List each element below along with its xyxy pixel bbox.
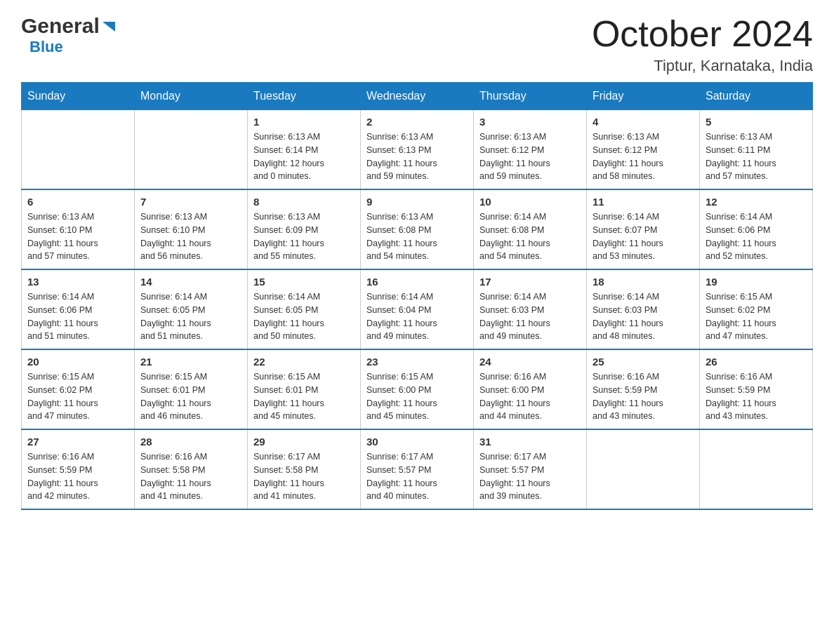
calendar-week-4: 20Sunrise: 6:15 AMSunset: 6:02 PMDayligh…	[22, 349, 813, 429]
day-info: Sunrise: 6:13 AMSunset: 6:08 PMDaylight:…	[366, 210, 468, 263]
day-number: 4	[593, 116, 694, 128]
day-number: 3	[479, 116, 581, 128]
day-number: 24	[479, 356, 581, 368]
day-number: 28	[140, 436, 241, 448]
calendar-cell: 29Sunrise: 6:17 AMSunset: 5:58 PMDayligh…	[248, 429, 361, 509]
day-info: Sunrise: 6:13 AMSunset: 6:14 PMDaylight:…	[253, 130, 355, 183]
day-number: 10	[479, 196, 581, 208]
calendar-cell: 26Sunrise: 6:16 AMSunset: 5:59 PMDayligh…	[700, 349, 813, 429]
day-info: Sunrise: 6:14 AMSunset: 6:07 PMDaylight:…	[593, 210, 694, 263]
day-number: 23	[366, 356, 468, 368]
page-title: October 2024	[592, 14, 813, 54]
day-info: Sunrise: 6:14 AMSunset: 6:06 PMDaylight:…	[27, 290, 128, 343]
day-number: 22	[253, 356, 355, 368]
day-info: Sunrise: 6:15 AMSunset: 6:02 PMDaylight:…	[27, 370, 128, 423]
day-info: Sunrise: 6:16 AMSunset: 6:00 PMDaylight:…	[479, 370, 581, 423]
calendar-cell: 5Sunrise: 6:13 AMSunset: 6:11 PMDaylight…	[700, 110, 813, 190]
calendar-cell: 31Sunrise: 6:17 AMSunset: 5:57 PMDayligh…	[474, 429, 587, 509]
day-info: Sunrise: 6:13 AMSunset: 6:12 PMDaylight:…	[593, 130, 694, 183]
calendar-cell: 16Sunrise: 6:14 AMSunset: 6:04 PMDayligh…	[361, 269, 474, 349]
day-info: Sunrise: 6:15 AMSunset: 6:02 PMDaylight:…	[706, 290, 807, 343]
day-info: Sunrise: 6:14 AMSunset: 6:03 PMDaylight:…	[593, 290, 694, 343]
weekday-header-tuesday: Tuesday	[248, 83, 361, 110]
day-info: Sunrise: 6:13 AMSunset: 6:11 PMDaylight:…	[706, 130, 807, 183]
day-number: 29	[253, 436, 355, 448]
page-header: General Blue October 2024 Tiptur, Karnat…	[21, 14, 813, 75]
calendar-week-2: 6Sunrise: 6:13 AMSunset: 6:10 PMDaylight…	[22, 189, 813, 269]
day-number: 30	[366, 436, 468, 448]
calendar-cell: 2Sunrise: 6:13 AMSunset: 6:13 PMDaylight…	[361, 110, 474, 190]
calendar-cell: 17Sunrise: 6:14 AMSunset: 6:03 PMDayligh…	[474, 269, 587, 349]
calendar-cell: 4Sunrise: 6:13 AMSunset: 6:12 PMDaylight…	[587, 110, 700, 190]
calendar-cell: 3Sunrise: 6:13 AMSunset: 6:12 PMDaylight…	[474, 110, 587, 190]
day-number: 16	[366, 276, 468, 288]
day-info: Sunrise: 6:13 AMSunset: 6:09 PMDaylight:…	[253, 210, 355, 263]
day-info: Sunrise: 6:14 AMSunset: 6:03 PMDaylight:…	[479, 290, 581, 343]
day-info: Sunrise: 6:15 AMSunset: 6:01 PMDaylight:…	[253, 370, 355, 423]
day-info: Sunrise: 6:14 AMSunset: 6:05 PMDaylight:…	[140, 290, 241, 343]
day-info: Sunrise: 6:14 AMSunset: 6:05 PMDaylight:…	[253, 290, 355, 343]
day-number: 8	[253, 196, 355, 208]
calendar-cell	[135, 110, 248, 190]
svg-marker-0	[102, 22, 115, 32]
calendar-cell: 10Sunrise: 6:14 AMSunset: 6:08 PMDayligh…	[474, 189, 587, 269]
day-info: Sunrise: 6:16 AMSunset: 5:59 PMDaylight:…	[27, 450, 128, 503]
day-number: 15	[253, 276, 355, 288]
weekday-header-saturday: Saturday	[700, 83, 813, 110]
weekday-header-monday: Monday	[135, 83, 248, 110]
day-info: Sunrise: 6:17 AMSunset: 5:57 PMDaylight:…	[479, 450, 581, 503]
calendar-cell: 18Sunrise: 6:14 AMSunset: 6:03 PMDayligh…	[587, 269, 700, 349]
day-number: 31	[479, 436, 581, 448]
day-info: Sunrise: 6:15 AMSunset: 6:01 PMDaylight:…	[140, 370, 241, 423]
day-info: Sunrise: 6:13 AMSunset: 6:13 PMDaylight:…	[366, 130, 468, 183]
day-number: 11	[593, 196, 694, 208]
day-number: 27	[27, 436, 128, 448]
calendar-cell: 28Sunrise: 6:16 AMSunset: 5:58 PMDayligh…	[135, 429, 248, 509]
day-info: Sunrise: 6:17 AMSunset: 5:57 PMDaylight:…	[366, 450, 468, 503]
calendar-week-5: 27Sunrise: 6:16 AMSunset: 5:59 PMDayligh…	[22, 429, 813, 509]
calendar-cell: 6Sunrise: 6:13 AMSunset: 6:10 PMDaylight…	[22, 189, 135, 269]
day-number: 13	[27, 276, 128, 288]
day-info: Sunrise: 6:13 AMSunset: 6:12 PMDaylight:…	[479, 130, 581, 183]
calendar-cell: 20Sunrise: 6:15 AMSunset: 6:02 PMDayligh…	[22, 349, 135, 429]
calendar-cell	[700, 429, 813, 509]
weekday-header-thursday: Thursday	[474, 83, 587, 110]
calendar-cell: 22Sunrise: 6:15 AMSunset: 6:01 PMDayligh…	[248, 349, 361, 429]
calendar-cell: 27Sunrise: 6:16 AMSunset: 5:59 PMDayligh…	[22, 429, 135, 509]
day-info: Sunrise: 6:16 AMSunset: 5:59 PMDaylight:…	[593, 370, 694, 423]
day-info: Sunrise: 6:14 AMSunset: 6:04 PMDaylight:…	[366, 290, 468, 343]
page-subtitle: Tiptur, Karnataka, India	[592, 57, 813, 75]
day-number: 17	[479, 276, 581, 288]
weekday-header-wednesday: Wednesday	[361, 83, 474, 110]
logo-general-text: General	[21, 14, 100, 38]
day-info: Sunrise: 6:17 AMSunset: 5:58 PMDaylight:…	[253, 450, 355, 503]
calendar-cell: 8Sunrise: 6:13 AMSunset: 6:09 PMDaylight…	[248, 189, 361, 269]
day-number: 5	[706, 116, 807, 128]
day-number: 19	[706, 276, 807, 288]
calendar-cell: 30Sunrise: 6:17 AMSunset: 5:57 PMDayligh…	[361, 429, 474, 509]
calendar-body: 1Sunrise: 6:13 AMSunset: 6:14 PMDaylight…	[22, 110, 813, 510]
weekday-header-friday: Friday	[587, 83, 700, 110]
calendar-cell: 1Sunrise: 6:13 AMSunset: 6:14 PMDaylight…	[248, 110, 361, 190]
day-number: 18	[593, 276, 694, 288]
calendar-cell: 7Sunrise: 6:13 AMSunset: 6:10 PMDaylight…	[135, 189, 248, 269]
day-number: 25	[593, 356, 694, 368]
day-number: 2	[366, 116, 468, 128]
calendar-table: SundayMondayTuesdayWednesdayThursdayFrid…	[21, 82, 813, 510]
day-info: Sunrise: 6:13 AMSunset: 6:10 PMDaylight:…	[27, 210, 128, 263]
day-number: 6	[27, 196, 128, 208]
day-number: 9	[366, 196, 468, 208]
calendar-cell: 23Sunrise: 6:15 AMSunset: 6:00 PMDayligh…	[361, 349, 474, 429]
calendar-cell	[22, 110, 135, 190]
calendar-cell: 14Sunrise: 6:14 AMSunset: 6:05 PMDayligh…	[135, 269, 248, 349]
day-number: 12	[706, 196, 807, 208]
day-info: Sunrise: 6:14 AMSunset: 6:08 PMDaylight:…	[479, 210, 581, 263]
day-info: Sunrise: 6:16 AMSunset: 5:59 PMDaylight:…	[706, 370, 807, 423]
day-info: Sunrise: 6:14 AMSunset: 6:06 PMDaylight:…	[706, 210, 807, 263]
day-info: Sunrise: 6:16 AMSunset: 5:58 PMDaylight:…	[140, 450, 241, 503]
day-number: 20	[27, 356, 128, 368]
logo-blue-text: Blue	[29, 38, 63, 55]
day-number: 14	[140, 276, 241, 288]
calendar-cell: 21Sunrise: 6:15 AMSunset: 6:01 PMDayligh…	[135, 349, 248, 429]
calendar-cell	[587, 429, 700, 509]
